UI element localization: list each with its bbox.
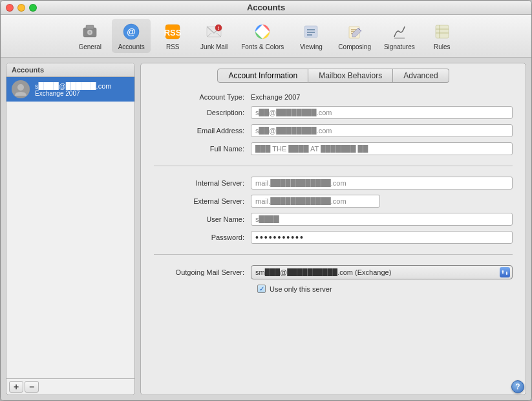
account-name: s████@██████.com bbox=[35, 82, 129, 90]
tab-bar: Account Information Mailbox Behaviors Ad… bbox=[141, 63, 526, 83]
detail-panel: Account Information Mailbox Behaviors Ad… bbox=[140, 63, 526, 395]
rss-label: RSS bbox=[166, 43, 180, 50]
svg-text:RSS: RSS bbox=[164, 28, 182, 38]
traffic-lights bbox=[6, 4, 37, 12]
tab-mailbox-behaviors[interactable]: Mailbox Behaviors bbox=[308, 69, 393, 83]
email-label: Email Address: bbox=[154, 127, 251, 135]
tab-account-info[interactable]: Account Information bbox=[217, 69, 308, 83]
outgoing-server-select[interactable]: sm███@██████████.com (Exchange) bbox=[251, 265, 513, 279]
tab-advanced[interactable]: Advanced bbox=[393, 69, 449, 83]
svg-text:!: ! bbox=[218, 25, 220, 31]
external-server-row: External Server: bbox=[154, 195, 513, 208]
internal-server-input[interactable] bbox=[251, 177, 513, 190]
rules-label: Rules bbox=[434, 43, 451, 50]
composing-label: Composing bbox=[338, 43, 371, 50]
internal-server-label: Internal Server: bbox=[154, 179, 251, 187]
sidebar: Accounts s████@██████.com Exchange 2007 bbox=[6, 63, 135, 395]
email-input[interactable] bbox=[251, 124, 513, 137]
accounts-icon: @ bbox=[121, 21, 142, 42]
svg-point-14 bbox=[260, 29, 265, 34]
basic-info-section: Account Type: Exchange 2007 Description:… bbox=[154, 93, 513, 155]
username-input[interactable] bbox=[251, 213, 513, 226]
toolbar-item-accounts[interactable]: @ Accounts bbox=[112, 19, 151, 53]
fullname-label: Full Name: bbox=[154, 145, 251, 153]
toolbar-item-general[interactable]: General bbox=[70, 19, 109, 53]
use-only-server-label: Use only this server bbox=[270, 285, 332, 293]
toolbar-item-signatures[interactable]: Signatures bbox=[379, 19, 420, 53]
svg-point-3 bbox=[89, 31, 91, 34]
internal-server-row: Internal Server: bbox=[154, 177, 513, 190]
description-label: Description: bbox=[154, 109, 251, 116]
accounts-label: Accounts bbox=[118, 43, 145, 50]
fonts-colors-label: Fonts & Colors bbox=[241, 43, 284, 50]
signatures-label: Signatures bbox=[384, 43, 415, 50]
sidebar-header: Accounts bbox=[6, 63, 134, 77]
outgoing-section: Outgoing Mail Server: sm███@██████████.c… bbox=[154, 254, 513, 293]
account-type: Exchange 2007 bbox=[35, 90, 129, 97]
composing-icon bbox=[345, 21, 365, 42]
signatures-icon bbox=[389, 21, 410, 42]
account-avatar bbox=[12, 80, 30, 98]
toolbar-item-junk-mail[interactable]: ! Junk Mail bbox=[195, 19, 233, 53]
close-button[interactable] bbox=[6, 4, 14, 12]
svg-rect-1 bbox=[86, 25, 94, 29]
account-type-label: Account Type: bbox=[154, 93, 251, 101]
account-type-row: Account Type: Exchange 2007 bbox=[154, 93, 513, 101]
description-row: Description: bbox=[154, 106, 513, 119]
viewing-label: Viewing bbox=[300, 43, 323, 50]
toolbar-item-composing[interactable]: Composing bbox=[333, 19, 376, 53]
titlebar: Accounts bbox=[1, 1, 531, 15]
window-title: Accounts bbox=[1, 3, 531, 12]
account-type-value: Exchange 2007 bbox=[251, 93, 300, 101]
toolbar-item-rss[interactable]: RSS RSS bbox=[153, 19, 192, 53]
outgoing-server-row: Outgoing Mail Server: sm███@██████████.c… bbox=[154, 265, 513, 279]
maximize-button[interactable] bbox=[29, 4, 37, 12]
rules-icon bbox=[432, 21, 452, 42]
sidebar-item-account-1[interactable]: s████@██████.com Exchange 2007 bbox=[6, 77, 134, 102]
add-account-button[interactable]: + bbox=[9, 381, 23, 393]
server-info-section: Internal Server: External Server: User N… bbox=[154, 166, 513, 244]
sidebar-list: s████@██████.com Exchange 2007 bbox=[6, 77, 134, 378]
rss-icon: RSS bbox=[162, 21, 183, 42]
svg-text:@: @ bbox=[127, 27, 136, 37]
main-content: Accounts s████@██████.com Exchange 2007 bbox=[1, 58, 531, 400]
fullname-input[interactable] bbox=[251, 142, 513, 155]
outgoing-server-wrapper: sm███@██████████.com (Exchange) bbox=[251, 265, 513, 279]
svg-rect-25 bbox=[436, 25, 449, 38]
fullname-row: Full Name: bbox=[154, 142, 513, 155]
general-icon bbox=[80, 21, 100, 42]
toolbar-item-fonts-colors[interactable]: Fonts & Colors bbox=[236, 19, 289, 53]
toolbar: General @ Accounts RSS RSS bbox=[1, 15, 531, 58]
outgoing-server-label: Outgoing Mail Server: bbox=[154, 268, 251, 276]
email-row: Email Address: bbox=[154, 124, 513, 137]
remove-account-button[interactable]: − bbox=[25, 381, 39, 393]
external-server-label: External Server: bbox=[154, 197, 251, 205]
password-row: Password: bbox=[154, 231, 513, 244]
toolbar-item-viewing[interactable]: Viewing bbox=[292, 19, 330, 53]
description-input[interactable] bbox=[251, 106, 513, 119]
general-label: General bbox=[78, 43, 101, 50]
toolbar-item-rules[interactable]: Rules bbox=[423, 19, 462, 53]
help-button[interactable]: ? bbox=[511, 380, 524, 393]
svg-point-29 bbox=[17, 84, 24, 91]
password-label: Password: bbox=[154, 233, 251, 241]
password-input[interactable] bbox=[251, 231, 513, 244]
use-only-server-checkbox[interactable]: ✓ bbox=[257, 285, 266, 293]
form-content: Account Type: Exchange 2007 Description:… bbox=[141, 83, 526, 395]
fonts-colors-icon bbox=[252, 21, 273, 42]
username-label: User Name: bbox=[154, 215, 251, 223]
svg-rect-15 bbox=[304, 26, 317, 38]
minimize-button[interactable] bbox=[17, 4, 25, 12]
viewing-icon bbox=[301, 21, 321, 42]
junk-mail-label: Junk Mail bbox=[200, 43, 228, 50]
checkbox-row: ✓ Use only this server bbox=[257, 285, 513, 293]
account-info: s████@██████.com Exchange 2007 bbox=[35, 82, 129, 97]
sidebar-footer: + − bbox=[6, 378, 134, 395]
junk-mail-icon: ! bbox=[204, 21, 224, 42]
main-window: Accounts General @ Accounts bbox=[0, 0, 532, 401]
username-row: User Name: bbox=[154, 213, 513, 226]
external-server-input[interactable] bbox=[251, 195, 380, 208]
